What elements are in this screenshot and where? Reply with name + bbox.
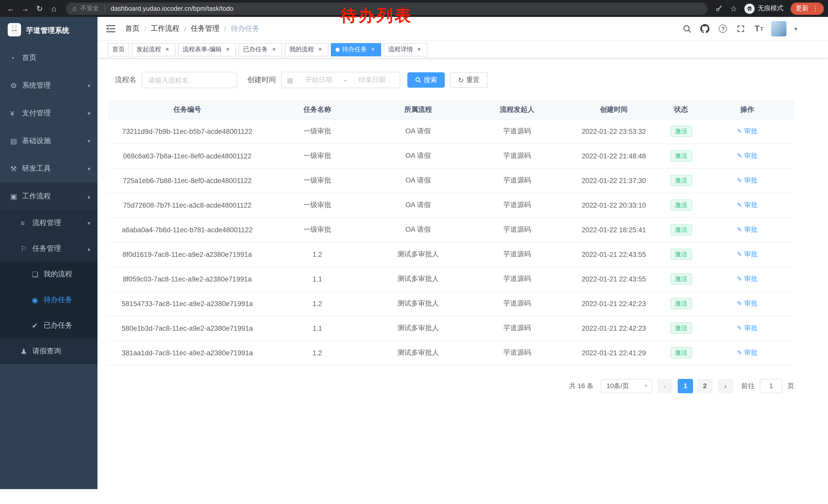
edit-icon: ✎ bbox=[737, 201, 742, 209]
sidebar-item-payment[interactable]: ¥支付管理▾ bbox=[0, 99, 97, 127]
cell-process: OA 请假 bbox=[368, 119, 468, 144]
column-header: 创建时间 bbox=[566, 100, 662, 119]
approve-link[interactable]: ✎审批 bbox=[737, 324, 757, 333]
approve-link[interactable]: ✎审批 bbox=[737, 274, 757, 283]
chevron-down-icon: ▾ bbox=[87, 220, 90, 226]
tab-item[interactable]: 发起流程× bbox=[132, 43, 175, 56]
status-badge: 激活 bbox=[670, 175, 692, 186]
fullscreen-icon[interactable] bbox=[735, 23, 747, 34]
approve-label: 审批 bbox=[744, 299, 757, 308]
date-range-picker[interactable]: ▦ 开始日期 - 结束日期 bbox=[281, 72, 400, 88]
font-size-icon[interactable]: TT bbox=[753, 23, 764, 34]
sidebar-item-infra[interactable]: ▤基础设施▾ bbox=[0, 127, 97, 155]
screen: ← → ↻ ⌂ ⚠ 不安全 dashboard.yudao.iocoder.cn… bbox=[0, 0, 828, 504]
approve-link[interactable]: ✎审批 bbox=[737, 250, 757, 259]
edit-icon: ✎ bbox=[737, 251, 742, 258]
calendar-icon: ▦ bbox=[287, 76, 293, 84]
sidebar-item-system[interactable]: ⚙系统管理▾ bbox=[0, 72, 97, 99]
tab-item[interactable]: 已办任务× bbox=[239, 43, 282, 56]
edit-icon: ✎ bbox=[737, 128, 742, 135]
reset-button[interactable]: ↻ 重置 bbox=[450, 72, 488, 88]
approve-link[interactable]: ✎审批 bbox=[737, 127, 757, 136]
tab-close-icon[interactable]: × bbox=[164, 46, 171, 53]
sidebar-item-my-process[interactable]: ❏我的流程 bbox=[0, 262, 97, 287]
cell-process: 测试多审批人 bbox=[368, 267, 468, 291]
breadcrumb-separator: / bbox=[184, 25, 186, 33]
breadcrumb-item[interactable]: 任务管理 bbox=[191, 24, 219, 33]
tab-item[interactable]: 首页 bbox=[108, 43, 129, 56]
sidebar-item-done-task[interactable]: ✔已办任务 bbox=[0, 313, 97, 338]
cell-initiator: 芋道源码 bbox=[468, 267, 566, 291]
next-page-button[interactable]: › bbox=[718, 379, 733, 393]
cell-initiator: 芋道源码 bbox=[468, 168, 566, 193]
password-key-icon[interactable] bbox=[713, 2, 726, 15]
process-name-input[interactable] bbox=[141, 72, 237, 88]
tab-item[interactable]: 我的流程× bbox=[285, 43, 328, 56]
approve-link[interactable]: ✎审批 bbox=[737, 200, 757, 210]
help-icon[interactable]: ? bbox=[717, 23, 729, 34]
cell-action: ✎审批 bbox=[700, 119, 794, 144]
sidebar-item-home[interactable]: ◔首页 bbox=[0, 44, 97, 72]
search-button[interactable]: 搜索 bbox=[407, 72, 445, 88]
search-icon[interactable] bbox=[681, 23, 693, 34]
forward-icon[interactable]: → bbox=[18, 2, 32, 15]
end-date-placeholder: 结束日期 bbox=[349, 75, 395, 85]
page-button[interactable]: 1 bbox=[678, 379, 693, 393]
font-large-glyph: T bbox=[755, 24, 760, 33]
home-icon[interactable]: ⌂ bbox=[47, 2, 60, 15]
tab-item[interactable]: 流程详情× bbox=[384, 43, 427, 56]
approve-link[interactable]: ✎审批 bbox=[737, 299, 757, 308]
sidebar-toggle-icon[interactable] bbox=[105, 23, 117, 34]
cell-process: 测试多审批人 bbox=[368, 340, 468, 365]
bookmark-star-icon[interactable]: ☆ bbox=[727, 2, 740, 15]
top-navbar: 首页/工作流程/任务管理/待办任务 ? TT ▾ bbox=[97, 17, 828, 41]
approve-link[interactable]: ✎审批 bbox=[737, 151, 757, 161]
chevron-up-icon: ▴ bbox=[87, 193, 90, 200]
date-range-separator: - bbox=[344, 76, 346, 84]
approve-label: 审批 bbox=[744, 151, 757, 161]
approve-link[interactable]: ✎审批 bbox=[737, 176, 757, 185]
sidebar-item-process-mgmt[interactable]: ≡流程管理▾ bbox=[0, 210, 97, 236]
avatar-caret-icon[interactable]: ▾ bbox=[794, 26, 797, 32]
breadcrumb-item[interactable]: 工作流程 bbox=[151, 24, 179, 33]
tab-close-icon[interactable]: × bbox=[271, 46, 278, 53]
sidebar-item-leave-query[interactable]: ♟请假查询 bbox=[0, 338, 97, 364]
breadcrumb-item: 待办任务 bbox=[231, 24, 259, 33]
goto-page-input[interactable] bbox=[760, 379, 782, 393]
sidebar-item-task-mgmt[interactable]: ⚐任务管理▴ bbox=[0, 236, 97, 262]
eye-icon: ◉ bbox=[32, 296, 44, 304]
tab-label: 我的流程 bbox=[289, 45, 314, 54]
page-size-select[interactable]: 10条/页 ▾ bbox=[601, 379, 652, 393]
menu-dots-icon[interactable]: ⋮ bbox=[812, 5, 819, 12]
cell-action: ✎审批 bbox=[700, 242, 794, 267]
status-badge: 激活 bbox=[670, 249, 692, 260]
breadcrumb-item[interactable]: 首页 bbox=[125, 24, 139, 33]
approve-link[interactable]: ✎审批 bbox=[737, 225, 757, 234]
avatar[interactable] bbox=[771, 21, 787, 36]
cell-status: 激活 bbox=[662, 119, 700, 144]
tab-close-icon[interactable]: × bbox=[317, 46, 324, 53]
sidebar-item-todo-task[interactable]: ◉待办任务 bbox=[0, 287, 97, 313]
tab-item[interactable]: 流程表单-编辑× bbox=[178, 43, 236, 56]
cell-time: 2022-01-21 22:42:23 bbox=[566, 316, 662, 340]
tab-item[interactable]: 待办任务× bbox=[331, 43, 381, 56]
update-button[interactable]: 更新 ⋮ bbox=[791, 2, 824, 15]
github-icon[interactable] bbox=[700, 23, 711, 34]
edit-icon: ✎ bbox=[737, 349, 742, 356]
prev-page-button[interactable]: ‹ bbox=[657, 379, 672, 393]
app-logo-row[interactable]: 芋道管理系统 bbox=[0, 17, 97, 44]
search-button-icon bbox=[415, 77, 421, 83]
back-icon[interactable]: ← bbox=[4, 2, 17, 15]
sidebar-item-devtools[interactable]: ⚒研发工具▾ bbox=[0, 155, 97, 183]
tab-close-icon[interactable]: × bbox=[416, 46, 423, 53]
approve-link[interactable]: ✎审批 bbox=[737, 348, 757, 357]
page-button[interactable]: 2 bbox=[697, 379, 713, 393]
pagination: 共 16 条 10条/页 ▾ ‹ 12 › 前往 页 bbox=[108, 379, 794, 408]
reload-icon[interactable]: ↻ bbox=[33, 2, 46, 15]
tab-close-icon[interactable]: × bbox=[369, 46, 377, 53]
tab-close-icon[interactable]: × bbox=[224, 46, 232, 53]
cell-action: ✎审批 bbox=[700, 168, 794, 193]
cell-process: 测试多审批人 bbox=[368, 291, 468, 316]
reset-button-label: 重置 bbox=[466, 75, 480, 85]
sidebar-item-workflow[interactable]: ▣工作流程▴ bbox=[0, 183, 97, 210]
